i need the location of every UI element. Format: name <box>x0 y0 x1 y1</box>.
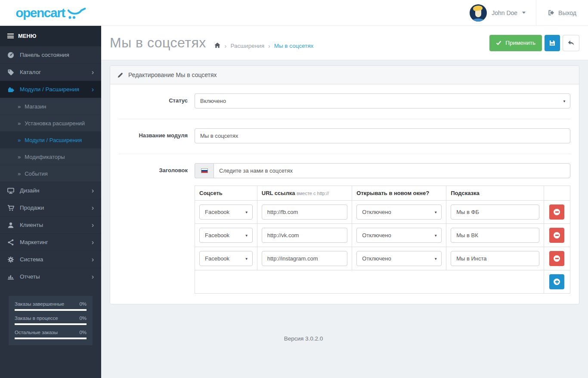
chevron-right-icon: › <box>92 273 94 280</box>
double-angle-icon: » <box>18 137 21 143</box>
submenu-item-installer[interactable]: » Установка расширений <box>0 115 101 131</box>
add-row-button[interactable] <box>549 274 564 289</box>
puzzle-icon <box>7 86 14 93</box>
back-button[interactable] <box>563 35 579 51</box>
network-select[interactable]: Facebook▼ <box>199 228 253 243</box>
sidebar-item-marketing[interactable]: Маркетинг › <box>0 233 101 251</box>
new-window-select[interactable]: Отключено▼ <box>356 204 442 220</box>
breadcrumb-separator: › <box>268 43 270 50</box>
page-header: Мы в соцсетях › Расширения › Мы в соцсет… <box>101 26 588 60</box>
select-caret-icon: ▼ <box>245 210 248 214</box>
table-footer-row <box>195 270 570 294</box>
opencart-logo[interactable]: opencart <box>0 0 101 25</box>
save-button[interactable] <box>545 35 560 51</box>
chevron-right-icon: › <box>92 239 94 246</box>
sidebar-item-reports[interactable]: Отчеты › <box>0 268 101 285</box>
status-select[interactable]: Включено ▼ <box>195 93 570 108</box>
sidebar-item-label: Модули / Расширения <box>20 86 79 93</box>
stat-label: Остальные заказы <box>15 330 58 335</box>
sidebar-item-label: Продажи <box>20 204 44 211</box>
chevron-right-icon: › <box>92 86 94 93</box>
breadcrumb-extensions[interactable]: Расширения <box>230 43 264 49</box>
minus-circle-icon <box>554 255 560 262</box>
network-select[interactable]: Facebook▼ <box>199 251 253 266</box>
col-header-tooltip: Подсказка <box>446 186 544 201</box>
apply-label: Применить <box>505 40 535 46</box>
sidebar-item-extensions[interactable]: Модули / Расширения › <box>0 81 101 98</box>
top-bar: opencart John Doe Выход <box>0 0 588 26</box>
submenu-item-events[interactable]: » События <box>0 165 101 182</box>
user-menu[interactable]: John Doe <box>459 0 536 25</box>
logout-button[interactable]: Выход <box>536 0 588 25</box>
module-name-input[interactable] <box>195 128 570 143</box>
sidebar-item-sales[interactable]: Продажи › <box>0 199 101 216</box>
tag-icon <box>7 69 14 76</box>
page-actions: Применить <box>489 35 579 51</box>
tooltip-input[interactable] <box>451 228 539 243</box>
select-caret-icon: ▼ <box>434 257 437 260</box>
table-row: Facebook▼ Отключено▼ <box>195 201 570 224</box>
sign-out-icon <box>548 9 554 16</box>
submenu-item-marketplace[interactable]: » Магазин <box>0 98 101 115</box>
apply-button[interactable]: Применить <box>489 35 542 51</box>
status-select-value: Включено <box>200 98 226 104</box>
hamburger-icon <box>7 34 14 38</box>
caret-down-icon <box>522 12 526 14</box>
tooltip-input[interactable] <box>451 204 539 220</box>
remove-row-button[interactable] <box>549 204 564 220</box>
progress-bar <box>15 338 87 339</box>
version-footer: Версия 3.0.2.0 <box>110 335 497 342</box>
chevron-right-icon: › <box>92 222 94 229</box>
select-caret-icon: ▼ <box>245 257 248 260</box>
share-icon <box>7 239 14 246</box>
dashboard-icon <box>7 52 14 59</box>
url-input[interactable] <box>262 251 348 266</box>
new-window-select[interactable]: Отключено▼ <box>356 251 442 266</box>
chevron-right-icon: › <box>92 187 94 194</box>
url-input[interactable] <box>262 228 348 243</box>
sidebar-item-customers[interactable]: Клиенты › <box>0 216 101 233</box>
breadcrumb: › Расширения › Мы в соцсетях <box>214 43 314 50</box>
new-window-select[interactable]: Отключено▼ <box>356 228 442 243</box>
sidebar-item-label: Отчеты <box>20 273 40 280</box>
module-name-label: Название модуля <box>119 128 195 143</box>
network-select[interactable]: Facebook▼ <box>199 204 253 220</box>
stat-orders-other: Остальные заказы 0% <box>15 330 87 339</box>
sidebar-item-catalog[interactable]: Каталог › <box>0 63 101 81</box>
panel-heading: Редактирование Мы в соцсетях <box>110 66 579 84</box>
page-title: Мы в соцсетях <box>110 35 206 51</box>
sidebar: МЕНЮ Панель состояния Каталог › Модули /… <box>0 26 101 378</box>
stat-label: Заказы в процессе <box>15 316 58 321</box>
language-addon <box>195 163 214 178</box>
sidebar-item-system[interactable]: Система › <box>0 251 101 268</box>
heading-input[interactable] <box>214 163 570 178</box>
remove-row-button[interactable] <box>549 228 564 243</box>
sidebar-item-label: Система <box>20 256 43 263</box>
breadcrumb-current[interactable]: Мы в соцсетях <box>274 43 314 49</box>
breadcrumb-separator: › <box>225 43 227 50</box>
col-header-new-window: Открывать в новом окне? <box>352 186 446 201</box>
reply-arrow-icon <box>567 40 575 46</box>
sidebar-item-design[interactable]: Дизайн › <box>0 182 101 199</box>
menu-header[interactable]: МЕНЮ <box>0 26 101 46</box>
submenu-item-modifications[interactable]: » Модификаторы <box>0 148 101 165</box>
url-input[interactable] <box>262 204 348 220</box>
sidebar-item-dashboard[interactable]: Панель состояния <box>0 46 101 63</box>
remove-row-button[interactable] <box>549 251 564 266</box>
stat-value: 0% <box>79 330 87 335</box>
opencart-admin-app: opencart John Doe Выход <box>0 0 588 378</box>
panel-heading-label: Редактирование Мы в соцсетях <box>128 71 217 78</box>
russia-flag-icon <box>201 168 208 173</box>
edit-module-panel: Редактирование Мы в соцсетях Статус Вклю… <box>110 65 579 304</box>
submenu-item-label: Модификаторы <box>25 154 65 160</box>
check-icon <box>496 40 501 46</box>
submenu-item-extensions[interactable]: » Модули / Расширения <box>0 131 101 148</box>
user-avatar <box>470 4 487 22</box>
sidebar-item-label: Панель состояния <box>20 52 69 58</box>
menu-title: МЕНЮ <box>18 33 36 39</box>
home-icon[interactable] <box>214 42 221 49</box>
module-name-section: Название модуля <box>119 119 570 154</box>
tooltip-input[interactable] <box>451 251 539 266</box>
gear-icon <box>7 256 14 263</box>
pencil-icon <box>117 72 124 78</box>
